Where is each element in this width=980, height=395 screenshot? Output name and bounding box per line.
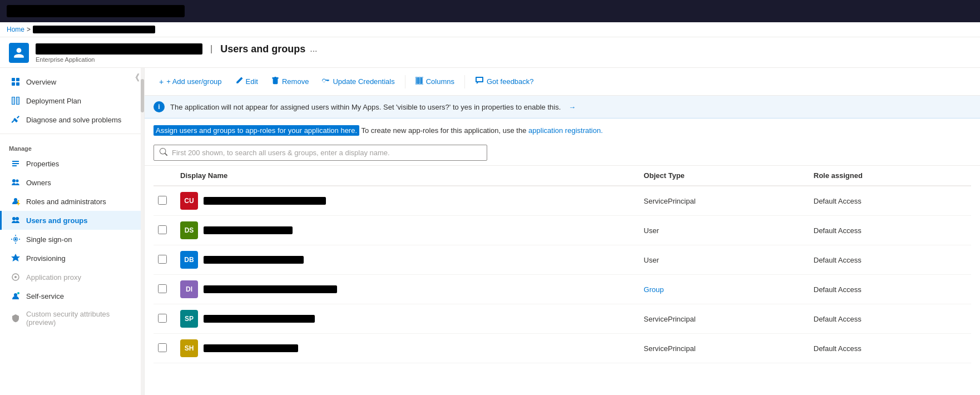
svg-point-17 bbox=[17, 292, 19, 294]
info-arrow-link[interactable]: → bbox=[568, 103, 576, 111]
edit-label: Edit bbox=[246, 77, 258, 86]
app-registration-link[interactable]: application registration. bbox=[528, 126, 603, 135]
feedback-icon bbox=[475, 76, 484, 87]
table-row: SHServicePrincipalDefault Access bbox=[154, 334, 971, 363]
add-user-group-button[interactable]: + + Add user/group bbox=[154, 75, 227, 89]
search-input[interactable] bbox=[172, 149, 481, 157]
properties-icon bbox=[11, 159, 21, 169]
svg-rect-3 bbox=[16, 82, 19, 86]
svg-rect-2 bbox=[12, 82, 15, 86]
update-credentials-button[interactable]: Update Credentials bbox=[316, 74, 400, 89]
sidebar-item-label: Owners bbox=[26, 179, 51, 187]
sidebar-item-application-proxy: Application proxy bbox=[0, 268, 144, 287]
sidebar-item-deployment-plan[interactable]: Deployment Plan bbox=[0, 91, 144, 110]
svg-rect-0 bbox=[12, 78, 15, 81]
table-row: CUServicePrincipalDefault Access bbox=[154, 186, 971, 216]
sidebar-item-label: Deployment Plan bbox=[26, 97, 81, 105]
roles-icon bbox=[11, 196, 21, 206]
table-row: DBUserDefault Access bbox=[154, 245, 971, 275]
assign-section: Assign users and groups to app-roles for… bbox=[145, 119, 980, 140]
avatar: SH bbox=[180, 339, 198, 357]
users-groups-table: Display Name Object Type Role assigned C… bbox=[154, 166, 971, 363]
row-checkbox[interactable] bbox=[158, 225, 167, 234]
svg-point-15 bbox=[14, 276, 17, 278]
svg-rect-4 bbox=[13, 118, 18, 122]
edit-icon bbox=[235, 77, 243, 86]
role-assigned-value: Default Access bbox=[809, 334, 971, 363]
app-title-row: | Users and groups ... bbox=[36, 43, 318, 55]
info-message: The application will not appear for assi… bbox=[170, 103, 561, 111]
row-checkbox[interactable] bbox=[158, 284, 167, 293]
display-name-cell: DB bbox=[180, 251, 635, 269]
sidebar-item-label: Diagnose and solve problems bbox=[26, 116, 121, 124]
grid-icon bbox=[11, 77, 21, 87]
sidebar-item-label: Application proxy bbox=[26, 273, 81, 282]
toolbar-separator-2 bbox=[464, 75, 465, 88]
object-type-value[interactable]: Group bbox=[644, 285, 664, 294]
edit-button[interactable]: Edit bbox=[230, 74, 264, 89]
object-type-value: User bbox=[639, 245, 809, 275]
row-checkbox[interactable] bbox=[158, 343, 167, 352]
sidebar-item-overview[interactable]: Overview bbox=[0, 72, 144, 91]
sidebar-item-label: Overview bbox=[26, 78, 56, 86]
columns-button[interactable]: Columns bbox=[410, 74, 460, 89]
search-bar-container bbox=[145, 140, 980, 166]
sidebar-item-users-groups[interactable]: Users and groups bbox=[0, 211, 144, 230]
svg-rect-5 bbox=[12, 161, 19, 162]
sidebar: 《 Overview Deployment Plan Diagnose and … bbox=[0, 68, 145, 395]
book-icon bbox=[11, 96, 21, 106]
app-header-info: | Users and groups ... Enterprise Applic… bbox=[36, 43, 318, 63]
info-icon: i bbox=[154, 101, 165, 112]
sidebar-item-single-sign-on[interactable]: Single sign-on bbox=[0, 230, 144, 249]
row-checkbox[interactable] bbox=[158, 196, 167, 205]
row-checkbox[interactable] bbox=[158, 255, 167, 264]
search-icon bbox=[160, 148, 167, 157]
got-feedback-button[interactable]: Got feedback? bbox=[469, 73, 540, 90]
sidebar-item-diagnose[interactable]: Diagnose and solve problems bbox=[0, 110, 144, 129]
sidebar-item-roles-administrators[interactable]: Roles and administrators bbox=[0, 192, 144, 211]
app-proxy-icon bbox=[11, 272, 21, 282]
table-row: DIGroupDefault Access bbox=[154, 275, 971, 304]
remove-button[interactable]: Remove bbox=[266, 74, 314, 89]
sidebar-item-owners[interactable]: Owners bbox=[0, 173, 144, 192]
breadcrumb-home[interactable]: Home bbox=[7, 26, 24, 33]
columns-icon bbox=[415, 77, 423, 86]
columns-label: Columns bbox=[426, 77, 454, 86]
trash-icon bbox=[271, 77, 279, 86]
table-container: Display Name Object Type Role assigned C… bbox=[145, 166, 980, 363]
self-service-icon bbox=[11, 291, 21, 301]
sidebar-item-custom-security: Custom security attributes (preview) bbox=[0, 305, 144, 331]
avatar: DB bbox=[180, 251, 198, 269]
svg-point-8 bbox=[12, 179, 16, 182]
more-options-ellipsis[interactable]: ... bbox=[310, 44, 317, 54]
svg-rect-1 bbox=[16, 78, 19, 81]
display-name-cell: DI bbox=[180, 280, 635, 298]
svg-rect-6 bbox=[12, 163, 19, 164]
provisioning-icon bbox=[11, 253, 21, 263]
info-banner: i The application will not appear for as… bbox=[145, 96, 980, 119]
sidebar-item-provisioning[interactable]: Provisioning bbox=[0, 249, 144, 268]
sidebar-item-label: Properties bbox=[26, 160, 59, 168]
svg-point-11 bbox=[18, 200, 19, 202]
breadcrumb-separator: > bbox=[27, 26, 31, 33]
row-checkbox[interactable] bbox=[158, 314, 167, 323]
display-name-cell: SP bbox=[180, 310, 635, 328]
sidebar-item-self-service[interactable]: Self-service bbox=[0, 287, 144, 305]
display-name-cell: SH bbox=[180, 339, 635, 357]
col-object-type: Object Type bbox=[639, 166, 809, 186]
wrench-icon bbox=[11, 115, 21, 125]
svg-rect-7 bbox=[12, 165, 17, 166]
breadcrumb: Home > bbox=[0, 22, 980, 37]
sidebar-item-properties[interactable]: Properties bbox=[0, 154, 144, 173]
got-feedback-label: Got feedback? bbox=[487, 77, 534, 86]
role-assigned-value: Default Access bbox=[809, 304, 971, 334]
assign-highlight-text: Assign users and groups to app-roles for… bbox=[154, 125, 359, 136]
role-assigned-value: Default Access bbox=[809, 245, 971, 275]
sidebar-collapse-button[interactable]: 《 bbox=[131, 72, 140, 84]
svg-point-9 bbox=[16, 180, 19, 182]
table-row: SPServicePrincipalDefault Access bbox=[154, 304, 971, 334]
name-redacted bbox=[204, 285, 337, 293]
app-subtitle: Enterprise Application bbox=[36, 56, 318, 63]
svg-point-12 bbox=[12, 217, 16, 220]
sidebar-scrollbar[interactable] bbox=[141, 68, 144, 395]
